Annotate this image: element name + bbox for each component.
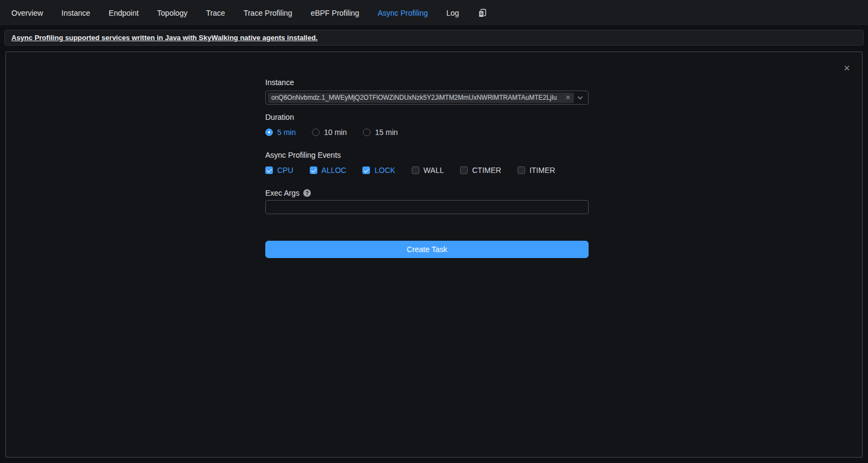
radio-icon (265, 128, 273, 136)
checkbox-icon (412, 166, 419, 174)
banner-link[interactable]: Async Profiling supported services writt… (11, 34, 317, 42)
radio-label: 10 min (324, 128, 347, 137)
tab-trace[interactable]: Trace (206, 9, 225, 17)
checkbox-label: CTIMER (472, 166, 501, 175)
checkbox-label: ITIMER (529, 166, 555, 175)
instance-label: Instance (265, 78, 589, 87)
checkbox-ctimer[interactable]: CTIMER (460, 166, 501, 175)
instance-select[interactable]: onQ6OnNvbmdz.1_MWEyMjQ2OTFlOWZiNDUxNzk5Y… (265, 91, 589, 105)
tab-overview[interactable]: Overview (11, 9, 43, 17)
checkbox-icon (460, 166, 468, 174)
checkbox-label: WALL (424, 166, 444, 175)
radio-10-min[interactable]: 10 min (312, 128, 347, 137)
tab-async-profiling[interactable]: Async Profiling (378, 9, 428, 17)
create-task-form: Instance onQ6OnNvbmdz.1_MWEyMjQ2OTFlOWZi… (6, 52, 589, 258)
chevron-down-icon (577, 94, 584, 101)
checkbox-label: ALLOC (322, 166, 347, 175)
exec-args-label: Exec Args ? (265, 189, 589, 197)
radio-15-min[interactable]: 15 min (363, 128, 398, 137)
checkbox-icon (265, 166, 273, 174)
tab-ebpf-profiling[interactable]: eBPF Profiling (311, 9, 359, 17)
tag-remove-icon[interactable]: ✕ (565, 94, 571, 101)
tab-endpoint[interactable]: Endpoint (108, 9, 138, 17)
radio-label: 5 min (277, 128, 296, 137)
radio-label: 15 min (375, 128, 398, 137)
checkbox-itimer[interactable]: ITIMER (518, 166, 555, 175)
copy-document-icon[interactable] (477, 8, 487, 18)
create-task-button[interactable]: Create Task (265, 241, 589, 258)
help-icon[interactable]: ? (303, 189, 311, 197)
checkbox-wall[interactable]: WALL (412, 166, 444, 175)
info-banner: Async Profiling supported services writt… (4, 30, 864, 46)
checkbox-lock[interactable]: LOCK (362, 166, 395, 175)
events-options: CPU ALLOC LOCK WALL CTIMER (265, 166, 589, 175)
tab-topology[interactable]: Topology (157, 9, 188, 17)
close-icon[interactable]: ✕ (843, 64, 851, 73)
checkbox-label: CPU (277, 166, 293, 175)
checkbox-icon (362, 166, 370, 174)
radio-5-min[interactable]: 5 min (265, 128, 296, 137)
tab-log[interactable]: Log (446, 9, 459, 17)
checkbox-icon (518, 166, 525, 174)
duration-section: Duration 5 min 10 min 15 min (265, 113, 589, 137)
tab-trace-profiling[interactable]: Trace Profiling (244, 9, 292, 17)
create-task-panel: ✕ Instance onQ6OnNvbmdz.1_MWEyMjQ2OTFlOW… (5, 52, 863, 458)
tab-bar: Overview Instance Endpoint Topology Trac… (0, 0, 868, 26)
checkbox-alloc[interactable]: ALLOC (310, 166, 347, 175)
exec-args-section: Exec Args ? (265, 189, 589, 214)
duration-label: Duration (265, 113, 589, 121)
checkbox-label: LOCK (374, 166, 395, 175)
events-label: Async Profiling Events (265, 151, 589, 159)
radio-icon (363, 128, 371, 136)
instance-selected-tag: onQ6OnNvbmdz.1_MWEyMjQ2OTFlOWZiNDUxNzk5Y… (268, 93, 574, 103)
events-section: Async Profiling Events CPU ALLOC LOCK WA… (265, 151, 589, 175)
exec-args-label-text: Exec Args (265, 189, 299, 197)
exec-args-input[interactable] (265, 200, 589, 214)
radio-icon (312, 128, 320, 136)
duration-options: 5 min 10 min 15 min (265, 128, 589, 137)
tab-instance[interactable]: Instance (61, 9, 90, 17)
instance-selected-value: onQ6OnNvbmdz.1_MWEyMjQ2OTFlOWZiNDUxNzk5Y… (271, 94, 563, 101)
checkbox-icon (310, 166, 317, 174)
checkbox-cpu[interactable]: CPU (265, 166, 293, 175)
